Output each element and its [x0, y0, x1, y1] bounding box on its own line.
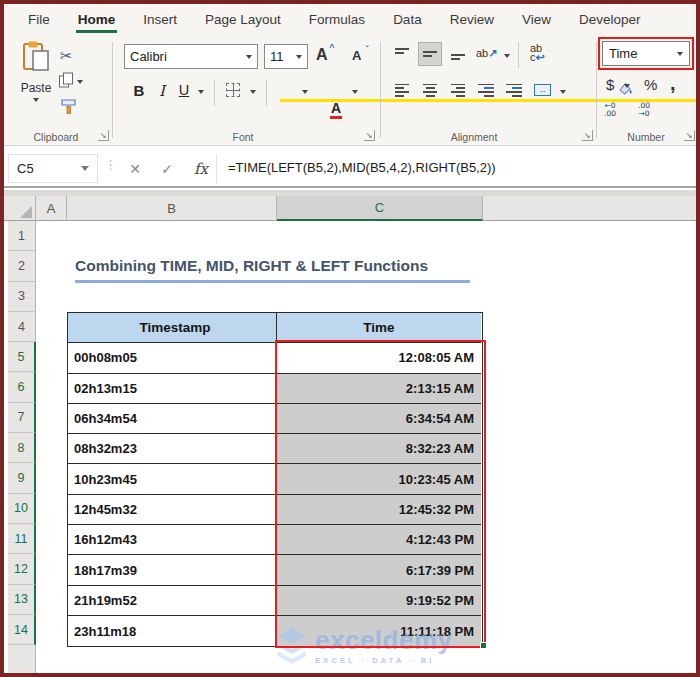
tab-review[interactable]: Review	[436, 4, 508, 34]
comma-style-button[interactable]: ,	[670, 72, 676, 95]
accounting-format-chevron[interactable]	[624, 84, 630, 88]
row-header-6[interactable]: 6	[8, 372, 36, 402]
sheet-canvas[interactable]: Combining TIME, MID, RIGHT & LEFT Functi…	[36, 221, 696, 673]
cell-C5[interactable]: 12:08:05 AM	[277, 343, 481, 373]
font-size-chevron[interactable]	[296, 55, 302, 59]
tab-insert[interactable]: Insert	[129, 4, 191, 34]
cell-B10[interactable]: 12h45m32	[68, 495, 277, 525]
cell-B11[interactable]: 16h12m43	[68, 525, 277, 555]
increase-decimal-button[interactable]: ←0.00	[604, 102, 616, 117]
percent-style-button[interactable]: %	[644, 76, 657, 93]
align-right-button[interactable]	[446, 78, 470, 102]
tab-file[interactable]: File	[14, 4, 64, 34]
cell-C12[interactable]: 6:17:39 PM	[277, 555, 481, 585]
orientation-button[interactable]: ab↗	[476, 47, 497, 60]
orientation-chevron[interactable]	[504, 54, 510, 58]
cell-B7[interactable]: 06h34m54	[68, 404, 277, 434]
borders-dropdown-chevron[interactable]	[250, 90, 256, 94]
cell-C9[interactable]: 10:23:45 AM	[277, 464, 481, 494]
column-header-c[interactable]: C	[277, 196, 483, 221]
cell-B6[interactable]: 02h13m15	[68, 374, 277, 404]
tab-page-layout[interactable]: Page Layout	[191, 4, 295, 34]
cancel-button[interactable]: ✕	[122, 157, 148, 181]
decrease-font-size-button[interactable]: Aˇ	[352, 48, 361, 63]
cell-C6[interactable]: 2:13:15 AM	[277, 374, 481, 404]
align-center-button[interactable]	[418, 78, 442, 102]
column-header-a[interactable]: A	[36, 196, 67, 221]
tab-view[interactable]: View	[508, 4, 565, 34]
tab-data[interactable]: Data	[379, 4, 436, 34]
cell-B14[interactable]: 23h11m18	[68, 616, 277, 646]
cell-C11[interactable]: 4:12:43 PM	[277, 525, 481, 555]
merge-center-chevron[interactable]	[560, 90, 566, 94]
insert-function-button[interactable]: fx	[188, 157, 214, 181]
bold-button[interactable]: B	[130, 82, 148, 99]
font-name-select[interactable]: Calibri	[124, 44, 258, 69]
cell-C7[interactable]: 6:34:54 AM	[277, 404, 481, 434]
underline-button[interactable]: U	[176, 82, 192, 98]
row-header-1[interactable]: 1	[8, 221, 36, 251]
format-painter-button[interactable]	[60, 98, 82, 118]
row-header-2[interactable]: 2	[8, 251, 36, 281]
accounting-format-button[interactable]: $	[606, 76, 614, 93]
row-header-13[interactable]: 13	[8, 585, 36, 615]
copy-dropdown-chevron[interactable]	[77, 80, 83, 84]
cell-B9[interactable]: 10h23m45	[68, 464, 277, 494]
row-header-12[interactable]: 12	[8, 554, 36, 584]
cell-C14[interactable]: 11:11:18 PM	[277, 616, 481, 646]
cell-B12[interactable]: 18h17m39	[68, 555, 277, 585]
align-left-button[interactable]	[390, 78, 414, 102]
clipboard-dialog-launcher-icon[interactable]: ↘	[98, 130, 109, 141]
paste-button[interactable]: Paste	[14, 40, 58, 126]
decrease-indent-button[interactable]	[474, 78, 498, 102]
tab-home[interactable]: Home	[64, 4, 130, 34]
font-dialog-launcher-icon[interactable]: ↘	[364, 130, 375, 141]
row-header-10[interactable]: 10	[8, 494, 36, 524]
row-header-14[interactable]: 14	[8, 615, 36, 645]
cell-C10[interactable]: 12:45:32 PM	[277, 495, 481, 525]
name-box-chevron[interactable]	[81, 166, 89, 171]
row-header-8[interactable]: 8	[8, 433, 36, 463]
borders-button[interactable]	[226, 83, 240, 97]
font-name-chevron[interactable]	[246, 55, 252, 59]
cell-B5[interactable]: 00h08m05	[68, 343, 277, 373]
header-cell-timestamp[interactable]: Timestamp	[68, 313, 277, 343]
fill-color-chevron[interactable]	[302, 90, 308, 94]
underline-dropdown-chevron[interactable]	[198, 90, 204, 94]
top-align-button[interactable]	[390, 42, 414, 66]
cut-button[interactable]: ✂	[60, 46, 82, 66]
font-color-button[interactable]: A	[328, 100, 344, 116]
cell-B13[interactable]: 21h19m52	[68, 586, 277, 616]
formula-input[interactable]: =TIME(LEFT(B5,2),MID(B5,4,2),RIGHT(B5,2)…	[228, 160, 496, 175]
middle-align-button[interactable]	[418, 42, 442, 66]
increase-font-size-button[interactable]: A^	[316, 46, 328, 64]
fill-handle[interactable]	[480, 642, 487, 649]
bottom-align-button[interactable]	[446, 42, 470, 66]
font-size-select[interactable]: 11	[264, 44, 308, 69]
tab-formulas[interactable]: Formulas	[295, 4, 379, 34]
paste-dropdown-chevron[interactable]	[33, 98, 39, 102]
row-header-11[interactable]: 11	[8, 524, 36, 554]
italic-button[interactable]: I	[155, 82, 169, 100]
name-box[interactable]: C5	[8, 154, 98, 183]
cell-C13[interactable]: 9:19:52 PM	[277, 586, 481, 616]
cell-C8[interactable]: 8:32:23 AM	[277, 434, 481, 464]
tab-developer[interactable]: Developer	[565, 4, 655, 34]
row-header-4[interactable]: 4	[8, 312, 36, 342]
column-header-b[interactable]: B	[67, 196, 277, 221]
row-header-5[interactable]: 5	[8, 342, 36, 372]
alignment-dialog-launcher-icon[interactable]: ↘	[582, 130, 593, 141]
number-dialog-launcher-icon[interactable]: ↘	[684, 130, 695, 141]
copy-button[interactable]	[58, 72, 92, 92]
row-header-3[interactable]: 3	[8, 282, 36, 312]
select-all-corner[interactable]	[8, 196, 36, 221]
row-header-9[interactable]: 9	[8, 463, 36, 493]
decrease-decimal-button[interactable]: .00→0	[638, 102, 650, 117]
increase-indent-button[interactable]	[502, 78, 526, 102]
wrap-text-button[interactable]: abc↩	[530, 44, 545, 62]
row-header-7[interactable]: 7	[8, 403, 36, 433]
header-cell-time[interactable]: Time	[277, 313, 481, 343]
cell-B8[interactable]: 08h32m23	[68, 434, 277, 464]
formula-bar-splitter[interactable]: ⋮	[104, 157, 117, 172]
merge-center-button[interactable]: ↔	[534, 84, 551, 96]
